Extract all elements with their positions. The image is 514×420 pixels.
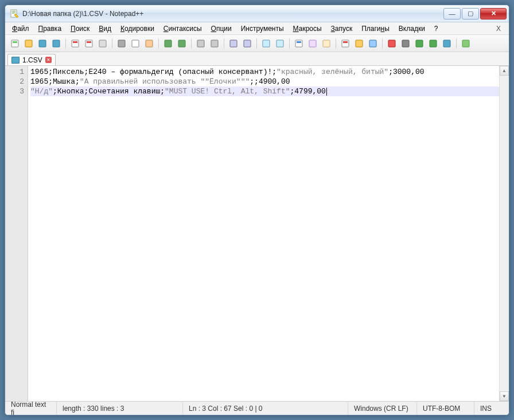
code-line[interactable]: 1965;Пиксель;E240 – формальдегид (опасны… [30,67,507,77]
monitor-icon[interactable] [367,37,379,50]
svg-rect-6 [25,40,32,47]
undo-icon[interactable] [162,37,174,50]
play-macro-icon[interactable] [413,37,426,50]
status-length: length : 330 lines : 3 [57,402,183,415]
svg-rect-38 [277,40,283,47]
menu-инструменты[interactable]: Инструменты [237,23,287,34]
find-icon[interactable] [194,37,207,50]
svg-rect-52 [388,40,395,47]
svg-rect-29 [198,41,203,43]
menu-плагины[interactable]: Плагины [358,23,393,34]
tab-close-icon[interactable]: ✕ [45,57,52,63]
svg-rect-44 [323,40,330,47]
stop-macro-icon[interactable] [399,37,412,50]
maximize-button[interactable]: ▢ [462,8,479,19]
tab-active[interactable]: 1.CSV ✕ [7,54,56,65]
menu-?[interactable]: ? [431,23,442,34]
svg-rect-11 [54,41,59,43]
redo-icon[interactable] [176,37,188,50]
allchars-icon[interactable] [306,37,319,50]
close-file-icon[interactable] [69,37,81,50]
svg-rect-3 [12,13,14,14]
svg-rect-24 [165,40,172,47]
open-file-icon[interactable] [22,37,35,50]
toolbar-separator [224,38,224,49]
line-gutter: 123 [5,66,28,401]
svg-rect-62 [462,40,469,47]
statusbar: Normal text fi length : 330 lines : 3 Ln… [5,401,509,415]
minimize-button[interactable]: — [443,8,461,19]
menu-вид[interactable]: Вид [95,23,115,34]
toolbar-separator [456,38,457,49]
svg-rect-23 [147,41,151,43]
svg-rect-9 [40,41,45,43]
svg-rect-18 [118,40,125,47]
scroll-down-icon[interactable]: ▼ [500,391,509,401]
menu-синтаксисы[interactable]: Синтаксисы [160,23,205,34]
menu-поиск[interactable]: Поиск [67,23,93,34]
copy-icon[interactable] [129,37,142,50]
wordwrap-icon[interactable] [293,37,305,50]
svg-rect-4 [11,40,18,47]
app-window: D:\Новая папка (2)\1.CSV - Notepad++ — ▢… [5,5,509,415]
svg-rect-39 [278,41,282,43]
plugin-icon[interactable] [460,37,472,50]
svg-rect-2 [12,12,15,13]
replace-icon[interactable] [208,37,221,50]
svg-rect-13 [73,41,77,43]
save-all-icon[interactable] [50,37,63,50]
folder-icon[interactable] [353,37,365,50]
svg-rect-30 [211,40,218,47]
svg-rect-42 [309,40,316,47]
save-icon[interactable] [36,37,49,50]
status-position: Ln : 3 Col : 67 Sel : 0 | 0 [183,402,348,415]
save-macro-icon[interactable] [441,37,453,50]
svg-rect-60 [443,40,450,47]
status-mode: INS [474,402,509,415]
print-icon[interactable] [96,37,109,50]
menu-файл[interactable]: Файл [9,23,33,34]
svg-rect-57 [417,41,422,43]
svg-rect-33 [231,41,236,43]
code-line[interactable]: "Н/д";Кнопка;Сочетания клавиш;"MUST USE!… [30,87,507,96]
record-macro-icon[interactable] [386,37,398,50]
scroll-track[interactable] [500,76,509,391]
code-area[interactable]: 1965;Пиксель;E240 – формальдегид (опасны… [28,66,509,401]
tab-label: 1.CSV [22,56,42,64]
titlebar[interactable]: D:\Новая папка (2)\1.CSV - Notepad++ — ▢… [5,5,509,22]
menu-кодировки[interactable]: Кодировки [117,23,158,34]
lang-icon[interactable] [339,37,352,50]
zoom-out-icon[interactable] [241,37,254,50]
sync-v-icon[interactable] [260,37,272,50]
svg-rect-19 [119,41,124,43]
zoom-in-icon[interactable] [227,37,240,50]
menu-close-x[interactable]: X [492,25,505,33]
close-button[interactable]: ✕ [480,8,507,19]
svg-rect-15 [87,41,91,43]
close-all-icon[interactable] [83,37,95,50]
paste-icon[interactable] [143,37,155,50]
svg-rect-1 [12,11,15,11]
indent-guide-icon[interactable] [320,37,333,50]
scrollbar-vertical[interactable]: ▲ ▼ [499,66,509,401]
menu-опции[interactable]: Опции [208,23,235,34]
toolbar-separator [382,38,383,49]
sync-h-icon[interactable] [274,37,286,50]
cut-icon[interactable] [115,37,128,50]
svg-rect-22 [146,40,153,47]
svg-rect-49 [357,41,361,43]
scroll-up-icon[interactable]: ▲ [500,66,509,76]
editor[interactable]: 123 1965;Пиксель;E240 – формальдегид (оп… [5,66,509,401]
new-file-icon[interactable] [9,37,21,50]
code-line[interactable]: 1965;Мышка;"А правильней использовать ""… [30,77,507,87]
svg-rect-54 [402,40,409,47]
menu-вкладки[interactable]: Вкладки [395,23,429,34]
menu-запуск[interactable]: Запуск [328,23,356,34]
menu-правка[interactable]: Правка [35,23,65,34]
svg-rect-58 [430,40,437,47]
fast-macro-icon[interactable] [427,37,439,50]
svg-rect-59 [431,41,435,43]
svg-rect-28 [197,40,204,47]
status-filetype: Normal text fi [5,402,57,415]
menu-макросы[interactable]: Макросы [290,23,325,34]
